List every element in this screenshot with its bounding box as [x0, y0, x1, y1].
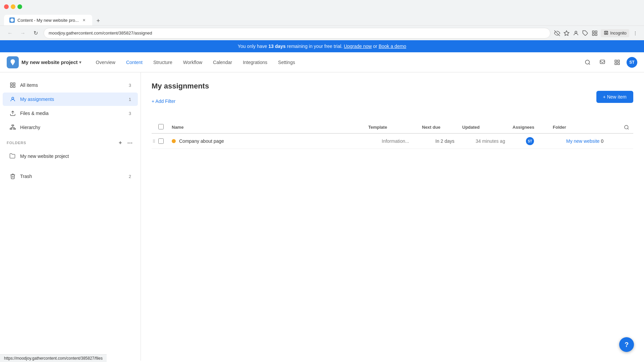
svg-point-9: [604, 33, 606, 35]
svg-point-11: [585, 60, 589, 64]
browser-action-icons: Incognito ⋮: [554, 29, 639, 37]
tab-integrations[interactable]: Integrations: [238, 57, 272, 68]
row-nextdue-cell: In 2 days: [435, 138, 476, 144]
main-content: My assignments + Add Filter + New item N…: [141, 72, 644, 361]
folder-link[interactable]: My new website: [566, 138, 600, 144]
forward-button[interactable]: →: [18, 28, 28, 38]
all-items-label: All items: [20, 82, 129, 88]
reload-button[interactable]: ↻: [31, 28, 40, 38]
eyeoff-icon[interactable]: [554, 30, 560, 37]
sidebar-item-files-media[interactable]: Files & media 3: [3, 107, 138, 120]
notification-icon[interactable]: [597, 57, 608, 68]
col-updated-header: Updated: [462, 125, 513, 130]
svg-rect-17: [615, 63, 616, 64]
my-assignments-count: 1: [129, 97, 131, 102]
add-filter-button[interactable]: + Add Filter: [152, 97, 175, 105]
col-assignees-header: Assignees: [513, 125, 553, 130]
svg-point-33: [153, 140, 154, 140]
grid-apps-icon[interactable]: [612, 57, 623, 68]
project-name[interactable]: My new website project ▾: [21, 59, 81, 65]
svg-point-10: [606, 33, 608, 35]
sidebar-item-hierarchy[interactable]: Hierarchy: [3, 121, 138, 134]
svg-rect-14: [615, 60, 616, 62]
maximize-button[interactable]: [17, 4, 22, 9]
layout-icon[interactable]: [591, 30, 598, 37]
page-title: My assignments: [152, 82, 633, 90]
svg-rect-26: [13, 128, 15, 129]
new-item-button[interactable]: + New item: [596, 91, 633, 103]
col-template-header: Template: [368, 125, 422, 130]
search-icon[interactable]: [582, 57, 593, 68]
star-icon[interactable]: [563, 30, 570, 37]
tab-calendar[interactable]: Calendar: [208, 57, 237, 68]
tab-workflow[interactable]: Workflow: [178, 57, 207, 68]
svg-point-38: [154, 142, 155, 142]
folder-name: My new website project: [20, 154, 69, 159]
demo-link[interactable]: Book a demo: [379, 44, 407, 49]
svg-rect-6: [595, 31, 597, 33]
files-icon: [9, 110, 16, 117]
svg-rect-24: [12, 125, 14, 126]
tab-structure[interactable]: Structure: [149, 57, 177, 68]
project-chevron-icon: ▾: [79, 60, 81, 65]
svg-rect-21: [10, 86, 12, 87]
files-media-label: Files & media: [20, 111, 129, 116]
folder-actions: + ⋯: [116, 139, 134, 147]
tab-settings[interactable]: Settings: [273, 57, 300, 68]
new-tab-button[interactable]: +: [94, 16, 103, 25]
browser-tab[interactable]: Content - My new website pro... ✕: [4, 15, 92, 25]
drag-handle[interactable]: [152, 139, 158, 143]
url-bar[interactable]: moodjoy.gathercontent.com/content/385827…: [44, 28, 550, 39]
add-folder-button[interactable]: +: [116, 139, 124, 147]
incognito-badge: Incognito: [601, 29, 629, 37]
sidebar-item-trash[interactable]: Trash 2: [3, 170, 138, 183]
back-button[interactable]: ←: [5, 28, 15, 38]
row-assignees-cell: ST: [526, 137, 566, 145]
trial-text-after: remaining in your free trial.: [286, 44, 343, 49]
table-row[interactable]: Company about page Information... In 2 d…: [152, 134, 633, 149]
extension-icon[interactable]: [582, 30, 589, 37]
tab-content[interactable]: Content: [121, 57, 147, 68]
item-name[interactable]: Company about page: [179, 138, 224, 144]
assignee-avatar: ST: [526, 137, 534, 145]
profile-icon[interactable]: [573, 30, 579, 37]
row-name-cell: Company about page: [172, 138, 382, 144]
svg-rect-5: [593, 31, 594, 33]
svg-marker-2: [564, 31, 569, 35]
all-items-count: 3: [129, 83, 131, 88]
minimize-button[interactable]: [11, 4, 15, 9]
trial-banner: You only have 13 days remaining in your …: [0, 40, 644, 52]
svg-point-35: [153, 141, 154, 141]
select-all-checkbox[interactable]: [158, 124, 164, 129]
svg-rect-7: [595, 34, 597, 35]
my-assignments-label: My assignments: [20, 97, 129, 102]
tab-overview[interactable]: Overview: [91, 57, 120, 68]
sidebar-item-all-items[interactable]: All items 3: [3, 78, 138, 92]
col-checkbox: [158, 124, 172, 130]
tab-close-button[interactable]: ✕: [82, 17, 87, 23]
incognito-label: Incognito: [610, 31, 627, 36]
svg-rect-19: [13, 83, 15, 84]
upgrade-link[interactable]: Upgrade now: [344, 44, 372, 49]
help-button[interactable]: ?: [619, 337, 634, 352]
logo-area[interactable]: My new website project ▾: [7, 56, 81, 68]
trial-days: 13 days: [268, 44, 285, 49]
menu-icon[interactable]: ⋮: [632, 30, 639, 37]
row-select-checkbox[interactable]: [158, 138, 164, 144]
svg-point-37: [153, 142, 154, 142]
close-button[interactable]: [4, 4, 9, 9]
svg-line-32: [628, 128, 629, 129]
header-actions: ST: [582, 57, 637, 68]
folder-more-button[interactable]: ⋯: [126, 139, 134, 147]
row-template-cell: Information...: [382, 138, 435, 144]
app-header: My new website project ▾ Overview Conten…: [0, 52, 644, 72]
row-checkbox[interactable]: [158, 138, 172, 144]
folder-my-new-website[interactable]: My new website project: [3, 149, 138, 163]
trash-icon: [9, 173, 16, 180]
svg-rect-16: [618, 63, 620, 64]
table-search-icon[interactable]: [620, 125, 633, 130]
user-avatar[interactable]: ST: [627, 57, 637, 68]
browser-controls: [4, 4, 22, 9]
sidebar-item-my-assignments[interactable]: My assignments 1: [3, 93, 138, 106]
row-updated-cell: 34 minutes ag: [476, 138, 526, 144]
